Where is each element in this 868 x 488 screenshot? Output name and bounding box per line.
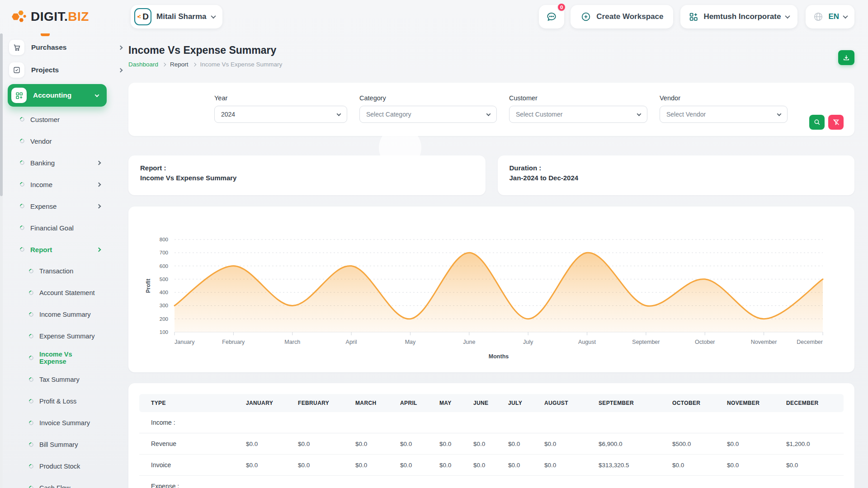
sidebar-item-income-vs-expense[interactable]: Income Vs Expense [0, 347, 128, 369]
table-column-header: OCTOBER [668, 394, 722, 412]
duration-value: Jan-2024 to Dec-2024 [509, 174, 843, 182]
cell-value [594, 476, 668, 488]
breadcrumb-current: Income Vs Expense Summary [200, 61, 283, 68]
sidebar-scrollbar[interactable] [0, 33, 3, 488]
sidebar-item-banking[interactable]: Banking [0, 152, 128, 174]
sidebar-item-invoice-summary[interactable]: Invoice Summary [0, 412, 128, 434]
sidebar-item-accounting[interactable]: Accounting [8, 84, 107, 107]
svg-text:November: November [751, 339, 777, 345]
sidebar-item-vendor[interactable]: Vendor [0, 130, 128, 152]
sidebar-item-label: Cash Flow [39, 484, 100, 488]
svg-text:100: 100 [160, 329, 168, 335]
page-title: Income Vs Expense Summary [128, 44, 854, 56]
sidebar-item-expense[interactable]: Expense [0, 195, 128, 217]
summary-table-card: TYPEJANUARYFEBRUARYMARCHAPRILMAYJUNEJULY… [128, 383, 854, 488]
workspace-logo-icon: D [134, 8, 151, 25]
sidebar-item-financial-goal[interactable]: Financial Goal [0, 217, 128, 239]
chat-icon [546, 11, 557, 23]
cell-value [241, 476, 293, 488]
vendor-select[interactable]: Select Vendor [660, 106, 788, 123]
table-section-row: Expense : [139, 476, 844, 488]
sidebar-item-tax-summary[interactable]: Tax Summary [0, 369, 128, 390]
brand-logo[interactable]: DIGIT.BIZ [0, 9, 128, 25]
chevron-right-icon [118, 68, 123, 72]
svg-text:July: July [523, 339, 533, 345]
sidebar-item-customer[interactable]: Customer [0, 108, 128, 130]
download-button[interactable] [838, 50, 854, 65]
breadcrumb-link[interactable]: Report [170, 61, 189, 68]
cell-value [782, 476, 844, 488]
globe-icon [813, 11, 824, 22]
table-column-header: SEPTEMBER [594, 394, 668, 412]
cell-value [540, 476, 594, 488]
svg-text:Profit: Profit [145, 279, 151, 293]
clear-filter-button[interactable] [828, 115, 844, 130]
sidebar-item-transaction[interactable]: Transaction [0, 260, 128, 282]
workspace-grid-icon [689, 12, 698, 22]
svg-text:200: 200 [160, 316, 168, 322]
user-menu[interactable]: D Mitali Sharma [131, 5, 222, 28]
chart-card: 100200300400500600700800JanuaryFebruaryM… [128, 206, 854, 372]
row-label: Revenue [139, 433, 241, 455]
cell-value: $0.0 [241, 433, 293, 455]
cell-value: $0.0 [293, 433, 351, 455]
create-workspace-button[interactable]: Create Workspace [571, 5, 673, 28]
sidebar-item-expense-summary[interactable]: Expense Summary [0, 325, 128, 347]
sidebar-item-label: Product Stock [39, 463, 100, 470]
category-select[interactable]: Select Category [359, 106, 497, 123]
workspace-switcher[interactable]: Hemtush Incorporate [680, 5, 797, 28]
filter-label: Customer [509, 94, 647, 102]
table-column-header: JULY [504, 394, 540, 412]
sidebar-item-label: Purchases [31, 43, 112, 52]
chevron-right-icon [192, 62, 196, 66]
income-expense-area-chart: 100200300400500600700800JanuaryFebruaryM… [139, 215, 844, 364]
filter-label: Year [214, 94, 347, 102]
sidebar-item-label: Expense Summary [39, 333, 100, 340]
svg-text:Months: Months [489, 353, 509, 360]
breadcrumb-link[interactable]: Dashboard [128, 61, 158, 68]
cell-value [435, 476, 469, 488]
cell-value: $0.0 [351, 455, 396, 476]
customer-select[interactable]: Select Customer [509, 106, 647, 123]
sidebar-item-product-stock[interactable]: Product Stock [0, 455, 128, 477]
year-select[interactable]: 2024 [214, 106, 347, 123]
sidebar: PurchasesProjects Accounting CustomerVen… [0, 33, 128, 488]
sidebar-item-purchases[interactable]: Purchases [9, 36, 122, 59]
bullet-ring-icon [19, 181, 25, 188]
cell-value [435, 412, 469, 433]
sidebar-item-label: Income [30, 181, 91, 188]
sidebar-item-profit-loss[interactable]: Profit & Loss [0, 390, 128, 412]
sidebar-item-bill-summary[interactable]: Bill Summary [0, 434, 128, 455]
cell-value [668, 412, 722, 433]
bullet-ring-icon [19, 160, 25, 166]
cell-value: $0.0 [540, 455, 594, 476]
chevron-down-icon [843, 14, 848, 19]
sidebar-item-label: Accounting [33, 91, 89, 99]
chat-button[interactable]: 0 [539, 5, 564, 28]
sidebar-item-cash-flow[interactable]: Cash Flow [0, 477, 128, 488]
bullet-ring-icon [28, 290, 34, 296]
sidebar-item-account-statement[interactable]: Account Statement [0, 282, 128, 304]
cell-value [396, 476, 435, 488]
cell-value: $0.0 [469, 433, 504, 455]
sidebar-item-income[interactable]: Income [0, 174, 128, 195]
search-button[interactable] [809, 115, 825, 130]
cell-value: $6,900.0 [594, 433, 668, 455]
sidebar-item-projects[interactable]: Projects [9, 59, 122, 81]
select-value: Select Vendor [666, 111, 706, 118]
cell-value [668, 476, 722, 488]
language-switcher[interactable]: EN [806, 5, 854, 28]
cell-value [351, 412, 396, 433]
sidebar-item-label: Customer [30, 116, 100, 123]
sidebar-item-report[interactable]: Report [0, 239, 128, 260]
cell-value: $0.0 [396, 433, 435, 455]
cell-value: $0.0 [351, 433, 396, 455]
cell-value [722, 412, 782, 433]
breadcrumb: DashboardReportIncome Vs Expense Summary [128, 61, 854, 68]
bullet-ring-icon [28, 333, 34, 339]
cell-value: $0.0 [782, 455, 844, 476]
cell-value [540, 412, 594, 433]
cell-value: $0.0 [722, 455, 782, 476]
sidebar-item-income-summary[interactable]: Income Summary [0, 304, 128, 325]
svg-text:600: 600 [160, 263, 168, 269]
